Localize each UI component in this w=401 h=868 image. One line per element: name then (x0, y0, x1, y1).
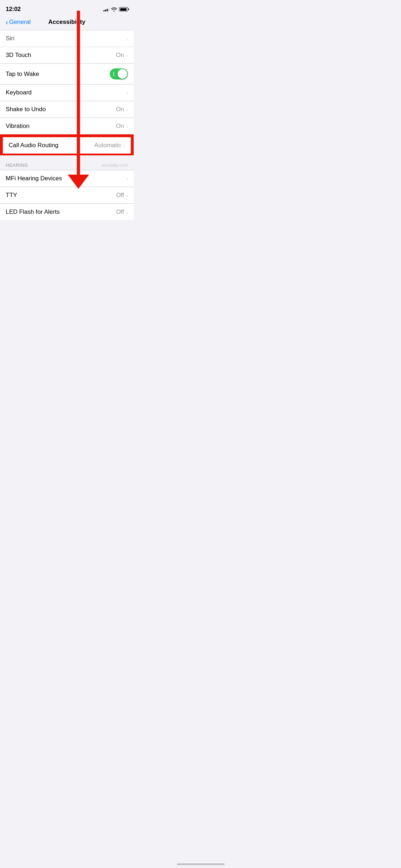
back-button[interactable]: ‹ General (6, 19, 31, 26)
item-label-call-audio-routing: Call Audio Routing (9, 142, 58, 149)
item-label-mfi-hearing: MFi Hearing Devices (6, 175, 62, 182)
item-value-led-flash: Off (116, 208, 124, 216)
signal-bars-icon (103, 7, 109, 11)
back-label: General (9, 19, 31, 26)
item-label-vibration: Vibration (6, 123, 30, 130)
item-value-vibration: On (116, 123, 124, 130)
status-icons (103, 7, 128, 11)
item-right-mfi-hearing: › (126, 176, 128, 182)
settings-item-tty[interactable]: TTY Off › (0, 187, 134, 204)
item-label-led-flash: LED Flash for Alerts (6, 208, 60, 216)
page-title: Accessibility (48, 19, 86, 26)
item-label-tap-to-wake: Tap to Wake (6, 71, 39, 78)
settings-item-vibration[interactable]: Vibration On › (0, 118, 134, 134)
section-hearing-header: HEARING osxdaily.com (0, 155, 134, 170)
battery-icon (119, 7, 128, 11)
item-value-shake-to-undo: On (116, 106, 124, 113)
chevron-right-icon: › (126, 107, 128, 113)
settings-group-main: Siri › 3D Touch On › Tap to Wake Keyboar… (0, 30, 134, 134)
item-right-siri: › (126, 36, 128, 42)
settings-item-call-audio-routing[interactable]: Call Audio Routing Automatic › (2, 136, 132, 154)
status-time: 12:02 (6, 6, 21, 13)
watermark: osxdaily.com (102, 162, 128, 168)
settings-item-keyboard[interactable]: Keyboard › (0, 84, 134, 101)
nav-bar: ‹ General Accessibility (0, 16, 134, 30)
item-value-3d-touch: On (116, 52, 124, 59)
back-chevron-icon: ‹ (6, 19, 8, 26)
item-right-keyboard: › (126, 90, 128, 96)
settings-item-tap-to-wake[interactable]: Tap to Wake (0, 64, 134, 84)
item-right-tty: Off › (116, 192, 128, 199)
item-value-call-audio-routing: Automatic (94, 142, 121, 149)
wifi-icon (111, 7, 117, 11)
chevron-right-icon: › (126, 192, 128, 198)
chevron-right-icon: › (126, 90, 128, 96)
chevron-right-icon: › (126, 176, 128, 182)
item-right-tap-to-wake (110, 68, 128, 79)
settings-item-shake-to-undo[interactable]: Shake to Undo On › (0, 101, 134, 118)
item-label-tty: TTY (6, 192, 17, 199)
item-right-led-flash: Off › (116, 208, 128, 216)
chevron-right-icon: › (126, 36, 128, 42)
settings-item-mfi-hearing[interactable]: MFi Hearing Devices › (0, 170, 134, 187)
settings-group-hearing: MFi Hearing Devices › TTY Off › LED Flas… (0, 170, 134, 220)
item-label-keyboard: Keyboard (6, 89, 32, 96)
chevron-right-icon: › (126, 209, 128, 215)
section-hearing-label: HEARING (6, 162, 28, 168)
item-right-call-audio-routing: Automatic › (94, 142, 125, 149)
item-label-3d-touch: 3D Touch (6, 52, 31, 59)
item-right-vibration: On › (116, 123, 128, 130)
item-label-shake-to-undo: Shake to Undo (6, 106, 46, 113)
highlight-wrapper: Call Audio Routing Automatic › (0, 134, 134, 155)
item-right-shake-to-undo: On › (116, 106, 128, 113)
settings-item-siri[interactable]: Siri › (0, 30, 134, 47)
settings-item-3d-touch[interactable]: 3D Touch On › (0, 47, 134, 64)
item-label-siri: Siri (6, 35, 15, 42)
item-right-3d-touch: On › (116, 52, 128, 59)
chevron-right-icon: › (123, 143, 125, 149)
status-bar: 12:02 (0, 0, 134, 16)
settings-item-led-flash[interactable]: LED Flash for Alerts Off › (0, 204, 134, 220)
item-value-tty: Off (116, 192, 124, 199)
toggle-tap-to-wake[interactable] (110, 68, 128, 79)
chevron-right-icon: › (126, 123, 128, 129)
chevron-right-icon: › (126, 52, 128, 58)
